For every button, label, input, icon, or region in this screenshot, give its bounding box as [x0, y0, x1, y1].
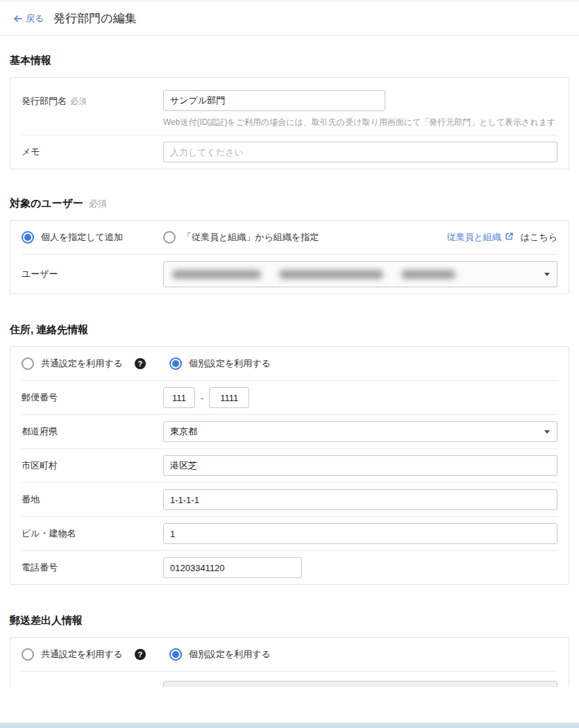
- city-input[interactable]: [163, 455, 557, 476]
- postal-code-label: 郵便番号: [22, 391, 58, 404]
- required-badge: 必須: [70, 96, 87, 108]
- question-circle-icon[interactable]: ?: [135, 358, 146, 369]
- question-circle-icon[interactable]: ?: [135, 649, 146, 660]
- employees-org-link-area: 従業員と組織 はこちら: [446, 231, 557, 244]
- user-label: ユーザー: [22, 268, 163, 280]
- memo-label: メモ: [22, 146, 163, 158]
- prefecture-row: 都道府県 東京都: [10, 415, 569, 448]
- department-name-label: 発行部門名 必須: [22, 90, 163, 108]
- building-row: ビル・建物名: [10, 517, 569, 550]
- link-suffix: はこちら: [521, 231, 557, 244]
- redacted-user-chip: [401, 270, 455, 279]
- department-name-row: 発行部門名 必須 Web送付(ID認証)をご利用の場合には、取引先の受け取り用画…: [10, 78, 569, 135]
- target-users-radio-row: 個人を指定して追加 「従業員と組織」から組織を指定 従業員と組織 はこちら: [10, 221, 569, 254]
- section-title-mail-sender-text: 郵送差出人情報: [10, 614, 83, 627]
- prefecture-value: 東京都: [170, 425, 197, 438]
- prefecture-select[interactable]: 東京都: [163, 421, 557, 442]
- page-header: 戻る 発行部門の編集: [0, 1, 579, 36]
- chevron-down-icon: [544, 430, 550, 434]
- radio-unselected-icon[interactable]: [163, 231, 176, 244]
- section-title-target-users: 対象のユーザー 必須: [10, 197, 569, 210]
- mail-sender-settings-radio-row: 共通設定を利用する ? 個別設定を利用する: [10, 638, 569, 671]
- street-input[interactable]: [163, 489, 557, 510]
- redacted-user-chip: [279, 270, 383, 279]
- employees-org-link[interactable]: 従業員と組織: [446, 231, 513, 244]
- page-title: 発行部門の編集: [53, 10, 136, 26]
- postal-code-input-1[interactable]: [163, 387, 195, 408]
- section-title-target-users-text: 対象のユーザー: [10, 197, 83, 210]
- memo-row: メモ: [10, 135, 569, 169]
- radio-common-settings[interactable]: 共通設定を利用する ?: [22, 648, 146, 661]
- phone-label: 電話番号: [22, 561, 58, 574]
- cutoff-input-field[interactable]: [163, 681, 557, 687]
- section-title-mail-sender: 郵送差出人情報: [10, 614, 569, 627]
- city-label: 市区町村: [22, 459, 58, 472]
- arrow-left-icon: [12, 13, 24, 24]
- postal-code-input-2[interactable]: [209, 387, 249, 408]
- department-name-input[interactable]: [163, 90, 385, 111]
- radio-common-settings[interactable]: 共通設定を利用する ?: [22, 357, 146, 370]
- external-link-icon: [505, 232, 514, 243]
- required-badge: 必須: [89, 198, 107, 210]
- radio-unselected-icon[interactable]: [22, 648, 34, 661]
- radio-selected-icon[interactable]: [169, 357, 182, 370]
- section-title-address-text: 住所, 連絡先情報: [10, 323, 88, 337]
- target-users-card: 個人を指定して追加 「従業員と組織」から組織を指定 従業員と組織 はこちら: [10, 220, 569, 294]
- mail-sender-card: 共通設定を利用する ? 個別設定を利用する: [10, 637, 569, 687]
- street-row: 番地: [10, 483, 569, 516]
- chevron-down-icon: [544, 273, 550, 276]
- city-row: 市区町村: [10, 449, 569, 482]
- prefecture-label: 都道府県: [22, 425, 58, 438]
- radio-unselected-icon[interactable]: [22, 357, 34, 370]
- basic-info-card: 発行部門名 必須 Web送付(ID認証)をご利用の場合には、取引先の受け取り用画…: [10, 77, 569, 169]
- radio-specify-organization[interactable]: 「従業員と組織」から組織を指定: [163, 231, 319, 244]
- postal-separator: -: [201, 393, 203, 403]
- building-input[interactable]: [163, 523, 557, 544]
- radio-selected-icon[interactable]: [169, 648, 182, 661]
- user-multiselect[interactable]: [163, 261, 557, 287]
- street-label: 番地: [22, 493, 40, 506]
- radio-individual-settings[interactable]: 個別設定を利用する: [169, 357, 271, 370]
- back-button[interactable]: 戻る: [12, 12, 44, 25]
- department-name-help: Web送付(ID認証)をご利用の場合には、取引先の受け取り用画面にて「発行元部門…: [163, 116, 557, 128]
- radio-selected-icon[interactable]: [22, 231, 34, 244]
- main-content: 基本情報 発行部門名 必須 Web送付(ID認証)をご利用の場合には、取引先の受…: [0, 54, 579, 687]
- user-row: ユーザー: [10, 255, 569, 294]
- section-title-basic-text: 基本情報: [10, 54, 51, 67]
- radio-add-individual[interactable]: 個人を指定して追加: [22, 231, 123, 244]
- postal-code-row: 郵便番号 -: [10, 381, 569, 414]
- memo-input[interactable]: [163, 142, 557, 162]
- address-settings-radio-row: 共通設定を利用する ? 個別設定を利用する: [10, 347, 569, 380]
- phone-row: 電話番号: [10, 551, 569, 584]
- back-label: 戻る: [26, 12, 44, 25]
- phone-input[interactable]: [163, 557, 302, 578]
- radio-individual-settings[interactable]: 個別設定を利用する: [169, 648, 271, 661]
- redacted-user-chip: [172, 270, 261, 279]
- horizontal-scrollbar[interactable]: [0, 722, 579, 728]
- address-card: 共通設定を利用する ? 個別設定を利用する 郵便番号 - 都道府県 東京都: [10, 346, 569, 585]
- building-label: ビル・建物名: [22, 527, 76, 540]
- section-title-basic: 基本情報: [10, 54, 569, 67]
- section-title-address: 住所, 連絡先情報: [10, 323, 569, 337]
